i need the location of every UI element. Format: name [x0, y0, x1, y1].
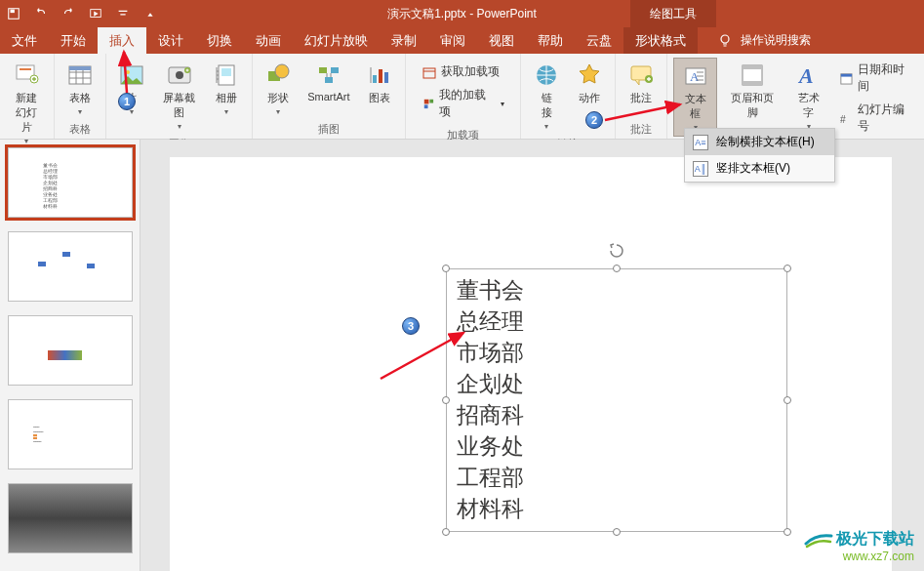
- svg-point-10: [126, 70, 130, 74]
- chevron-down-icon: ▾: [544, 122, 548, 131]
- ribbon-group-illustrations: 形状 ▾ SmartArt 图表 插图: [253, 54, 405, 139]
- svg-rect-15: [221, 68, 231, 76]
- store-icon: [422, 64, 437, 80]
- new-slide-button[interactable]: 新建 幻灯片 ▾: [6, 58, 48, 149]
- watermark-url: www.xz7.com: [804, 550, 914, 563]
- window-title: 演示文稿1.pptx - PowerPoint: [387, 6, 537, 22]
- tab-record[interactable]: 录制: [380, 27, 428, 54]
- shapes-button[interactable]: 形状 ▾: [259, 58, 298, 120]
- textbox-content[interactable]: 董书会 总经理 市场部 企划处 招商科 业务处 工程部 材料科: [447, 269, 786, 531]
- slide-thumbnail-2[interactable]: [8, 231, 133, 302]
- tab-view[interactable]: 视图: [477, 27, 526, 54]
- album-icon: [213, 61, 240, 89]
- tab-insert[interactable]: 插入: [98, 27, 146, 54]
- redo-button[interactable]: [59, 4, 78, 23]
- slide-thumbnail-3[interactable]: [8, 315, 133, 386]
- screenshot-icon: [166, 61, 193, 89]
- resize-handle[interactable]: [442, 528, 450, 536]
- undo-button[interactable]: [31, 4, 51, 23]
- svg-point-12: [176, 71, 183, 79]
- resize-handle[interactable]: [442, 396, 450, 404]
- picture-icon: [118, 61, 145, 89]
- slide-thumbnail-5[interactable]: [8, 483, 133, 553]
- tab-help[interactable]: 帮助: [526, 27, 575, 54]
- svg-rect-18: [319, 67, 327, 73]
- resize-handle[interactable]: [783, 528, 791, 536]
- slide-thumbnail-1[interactable]: 董书会总经理市场部企划处招商科业务处工程部材料科: [8, 147, 133, 218]
- resize-handle[interactable]: [783, 396, 791, 404]
- svg-rect-23: [384, 72, 388, 83]
- ribbon-group-addins: 获取加载项 我的加载项 ▾ 加载项: [406, 54, 522, 139]
- comment-button[interactable]: 批注: [622, 58, 661, 109]
- slide-thumbnail-panel[interactable]: 董书会总经理市场部企划处招商科业务处工程部材料科 ━━━━━━━━━━━━━━: [0, 140, 141, 571]
- hyperlink-button[interactable]: 链 接 ▾: [527, 58, 566, 135]
- tab-review[interactable]: 审阅: [428, 27, 477, 54]
- lightbulb-icon: [717, 33, 733, 49]
- title-bar: 演示文稿1.pptx - PowerPoint 绘图工具: [0, 0, 924, 27]
- textbox-icon: A: [682, 62, 709, 90]
- svg-rect-22: [379, 69, 382, 83]
- tab-format[interactable]: 形状格式: [623, 27, 698, 54]
- resize-handle[interactable]: [613, 528, 621, 536]
- chart-button[interactable]: 图表: [360, 58, 399, 109]
- action-button[interactable]: 动作: [570, 58, 609, 109]
- svg-text:#: #: [840, 114, 846, 125]
- draw-horizontal-textbox[interactable]: A≡ 绘制横排文本框(H): [685, 129, 834, 155]
- table-button[interactable]: 表格 ▾: [60, 58, 100, 120]
- svg-text:A: A: [797, 63, 814, 88]
- slide-canvas[interactable]: 董书会 总经理 市场部 企划处 招商科 业务处 工程部 材料科: [170, 157, 892, 571]
- pictures-button[interactable]: 片 ▾: [112, 58, 151, 120]
- svg-rect-8: [69, 66, 91, 70]
- get-addins-button[interactable]: 获取加载项: [418, 61, 509, 82]
- tab-design[interactable]: 设计: [146, 27, 195, 54]
- screenshot-button[interactable]: 屏幕截图 ▾: [155, 58, 203, 135]
- text-line: 市场部: [457, 338, 777, 369]
- header-footer-button[interactable]: 页眉和页脚: [721, 58, 783, 124]
- save-button[interactable]: [4, 4, 23, 23]
- svg-point-3: [721, 35, 729, 43]
- watermark: 极光下载站 www.xz7.com: [804, 529, 914, 563]
- slide-number-button[interactable]: # 幻灯片编号: [835, 100, 916, 137]
- resize-handle[interactable]: [442, 265, 450, 272]
- drawing-tools-tab-header[interactable]: 绘图工具: [630, 0, 716, 27]
- tab-home[interactable]: 开始: [49, 27, 98, 54]
- qat-dropdown-button[interactable]: [141, 4, 160, 23]
- new-slide-icon: [13, 61, 40, 89]
- smartart-icon: [315, 61, 342, 89]
- draw-vertical-textbox[interactable]: A║ 竖排文本框(V): [685, 155, 834, 182]
- slide-editor-area[interactable]: 董书会 总经理 市场部 企划处 招商科 业务处 工程部 材料科: [141, 140, 924, 571]
- tab-cloud[interactable]: 云盘: [575, 27, 623, 54]
- vertical-textbox-icon: A║: [693, 161, 708, 177]
- addins-icon: [422, 96, 436, 111]
- my-addins-button[interactable]: 我的加载项 ▾: [418, 85, 509, 122]
- slide-textbox[interactable]: 董书会 总经理 市场部 企划处 招商科 业务处 工程部 材料科: [446, 268, 787, 532]
- text-line: 企划处: [457, 369, 777, 400]
- tab-file[interactable]: 文件: [0, 27, 49, 54]
- resize-handle[interactable]: [613, 265, 621, 272]
- tell-me-area[interactable]: 操作说明搜索: [717, 32, 811, 49]
- tab-transitions[interactable]: 切换: [195, 27, 244, 54]
- tab-slideshow[interactable]: 幻灯片放映: [293, 27, 380, 54]
- textbox-button[interactable]: A 文本框 ▾: [673, 58, 717, 137]
- start-slideshow-button[interactable]: [86, 4, 105, 23]
- tell-me-label: 操作说明搜索: [741, 32, 811, 49]
- photo-album-button[interactable]: 相册 ▾: [207, 58, 246, 120]
- resize-handle[interactable]: [783, 265, 791, 272]
- qat-customize-button[interactable]: [113, 4, 133, 23]
- datetime-button[interactable]: 日期和时间: [835, 60, 916, 97]
- svg-rect-27: [423, 104, 427, 108]
- datetime-icon: [839, 70, 854, 86]
- slide-thumbnail-4[interactable]: ━━━━━━━━━━━━━━: [8, 399, 133, 469]
- wordart-button[interactable]: A 艺术字 ▾: [787, 58, 829, 135]
- svg-rect-1: [11, 10, 15, 14]
- annotation-marker-3: 3: [402, 317, 420, 335]
- smartart-button[interactable]: SmartArt: [301, 58, 355, 106]
- text-line: 业务处: [457, 431, 777, 463]
- svg-rect-20: [325, 77, 333, 83]
- horizontal-textbox-icon: A≡: [693, 135, 708, 150]
- header-footer-icon: [739, 61, 766, 89]
- rotate-handle[interactable]: [608, 242, 625, 260]
- wordart-icon: A: [795, 61, 823, 89]
- chevron-down-icon: ▾: [24, 137, 28, 145]
- tab-animations[interactable]: 动画: [244, 27, 293, 54]
